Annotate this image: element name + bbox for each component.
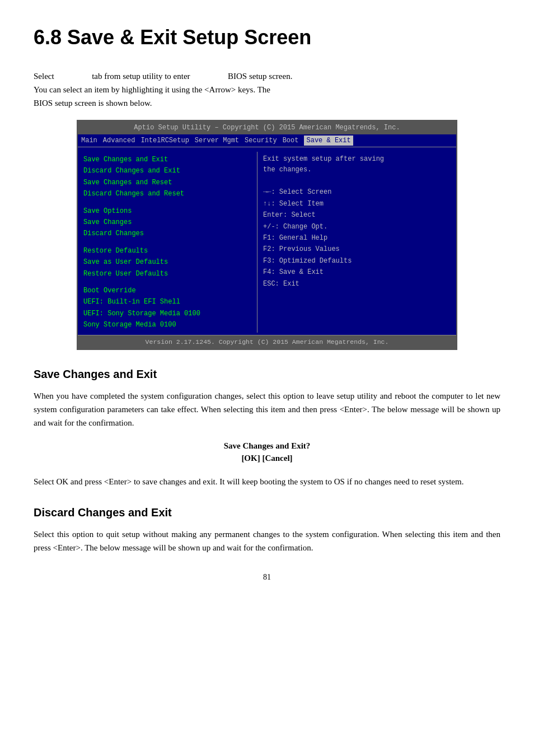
bios-menu-item-discard-exit: Discard Changes and Exit bbox=[83, 165, 251, 176]
section1-confirm: Save Changes and Exit? [OK] [Cancel] bbox=[34, 440, 500, 465]
bios-key-f4: F4: Save & Exit bbox=[263, 267, 451, 278]
confirm-line2: [OK] [Cancel] bbox=[34, 452, 500, 465]
bios-key-f2: F2: Previous Values bbox=[263, 244, 451, 255]
bios-key-f1: F1: General Help bbox=[263, 232, 451, 244]
bios-key-enter: Enter: Select bbox=[263, 209, 451, 221]
bios-key-esc: ESC: Exit bbox=[263, 278, 451, 290]
bios-menu-item-restore-user: Restore User Defaults bbox=[83, 268, 251, 279]
bios-menu-item-discard-reset: Discard Changes and Reset bbox=[83, 188, 251, 199]
bios-menu-item-save-exit: Save Changes and Exit bbox=[83, 154, 251, 165]
bios-key-screen: →←: Select Screen bbox=[263, 186, 451, 198]
bios-menu-item-uefi-shell: UEFI: Built-in EFI Shell bbox=[83, 296, 251, 307]
section2-body: Select this option to quit setup without… bbox=[34, 528, 500, 554]
bios-footer: Version 2.17.1245. Copyright (C) 2015 Am… bbox=[78, 335, 456, 348]
bios-menu-item-save-user: Save as User Defaults bbox=[83, 256, 251, 268]
bios-screen: Aptio Setup Utility – Copyright (C) 2015… bbox=[77, 120, 457, 350]
confirm-line1: Save Changes and Exit? bbox=[34, 440, 500, 452]
intro-paragraph: Select tab from setup utility to enter B… bbox=[34, 69, 500, 110]
section1-heading: Save Changes and Exit bbox=[34, 366, 500, 382]
bios-key-item: ↑↓: Select Item bbox=[263, 198, 451, 209]
bios-nav-security: Security bbox=[245, 136, 277, 146]
bios-menu-item-sony: Sony Storage Media 0100 bbox=[83, 319, 251, 330]
bios-nav-advanced: Advanced bbox=[103, 136, 135, 146]
bios-left-menu: Save Changes and Exit Discard Changes an… bbox=[78, 152, 257, 333]
section1-body: When you have completed the system confi… bbox=[34, 389, 500, 430]
bios-menu-item-restore-defaults: Restore Defaults bbox=[83, 245, 251, 256]
bios-nav-main: Main bbox=[81, 136, 97, 146]
bios-menu-boot-override-header: Boot Override bbox=[83, 285, 251, 296]
bios-right-panel: Exit system setup after savingthe change… bbox=[257, 152, 456, 333]
section1-body2: Select OK and press <Enter> to save chan… bbox=[34, 475, 500, 488]
bios-menu-item-save-options: Save Options bbox=[83, 206, 251, 217]
bios-key-change: +/-: Change Opt. bbox=[263, 221, 451, 232]
bios-help-text: Exit system setup after savingthe change… bbox=[263, 154, 451, 175]
bios-nav-save-exit: Save & Exit bbox=[304, 136, 353, 146]
page-number: 81 bbox=[34, 571, 500, 583]
bios-menu-item-discard-changes: Discard Changes bbox=[83, 228, 251, 239]
bios-key-help: →←: Select Screen ↑↓: Select Item Enter:… bbox=[263, 186, 451, 290]
bios-nav-boot: Boot bbox=[283, 136, 299, 146]
bios-nav-bar: Main Advanced IntelRCSetup Server Mgmt S… bbox=[78, 134, 456, 147]
bios-nav-server: Server Mgmt bbox=[195, 136, 239, 146]
bios-menu-item-uefi-sony: UEFI: Sony Storage Media 0100 bbox=[83, 308, 251, 319]
bios-title-bar: Aptio Setup Utility – Copyright (C) 2015… bbox=[78, 121, 456, 134]
section2-heading: Discard Changes and Exit bbox=[34, 504, 500, 521]
bios-nav-intelrc: IntelRCSetup bbox=[140, 136, 189, 146]
bios-key-f3: F3: Optimized Defaults bbox=[263, 255, 451, 267]
page-title: 6.8 Save & Exit Setup Screen bbox=[34, 22, 500, 53]
bios-menu-item-save-reset: Save Changes and Reset bbox=[83, 177, 251, 188]
bios-body: Save Changes and Exit Discard Changes an… bbox=[78, 147, 456, 335]
bios-menu-item-save-changes: Save Changes bbox=[83, 217, 251, 228]
